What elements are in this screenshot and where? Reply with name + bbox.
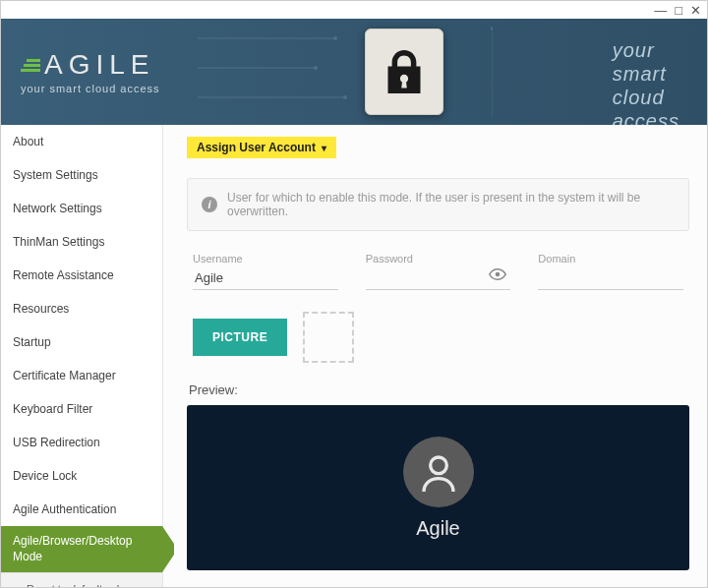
info-icon: i — [202, 197, 217, 212]
sidebar-item-remote-assistance[interactable]: Remote Assistance — [1, 259, 162, 292]
lock-badge-icon — [365, 29, 443, 115]
close-button[interactable]: ✕ — [690, 4, 701, 17]
svg-point-7 — [491, 27, 493, 30]
svg-point-13 — [430, 457, 446, 474]
assign-user-label: Assign User Account — [197, 141, 316, 154]
preview-label: Preview: — [187, 382, 689, 397]
sidebar-item-device-lock[interactable]: Device Lock — [1, 459, 162, 493]
preview-box: Agile — [187, 405, 689, 570]
logo-bars-icon — [21, 59, 40, 72]
brand-logo: AGILE — [21, 49, 160, 81]
app-header: AGILE your smart cloud access your smart… — [1, 19, 707, 125]
brand-tagline: your smart cloud access — [21, 83, 160, 94]
sidebar-item-thinman-settings[interactable]: ThinMan Settings — [1, 225, 162, 259]
username-field-group: Username — [193, 253, 338, 290]
username-input[interactable] — [193, 266, 338, 290]
settings-sidebar: About System Settings Network Settings T… — [1, 125, 163, 588]
sidebar-item-network-settings[interactable]: Network Settings — [1, 192, 162, 225]
svg-point-1 — [333, 36, 337, 40]
info-text: User for which to enable this mode. If t… — [227, 191, 675, 218]
svg-point-3 — [314, 66, 318, 70]
sidebar-item-system-settings[interactable]: System Settings — [1, 158, 162, 192]
sidebar-item-agile-authentication[interactable]: Agile Authentication — [1, 493, 162, 526]
picture-button[interactable]: PICTURE — [193, 319, 287, 356]
sidebar-item-agile-browser-desktop-mode[interactable]: Agile/Browser/Desktop Mode — [1, 526, 162, 572]
preview-username: Agile — [416, 517, 459, 540]
svg-point-12 — [496, 272, 501, 277]
info-message: i User for which to enable this mode. If… — [187, 178, 689, 231]
window-titlebar: — □ ✕ — [1, 1, 707, 19]
chevron-down-icon: ▾ — [322, 143, 326, 153]
domain-label: Domain — [538, 253, 683, 265]
eye-icon[interactable] — [489, 266, 506, 284]
sidebar-item-usb-redirection[interactable]: USB Redirection — [1, 426, 162, 459]
assign-user-account-dropdown[interactable]: Assign User Account ▾ — [187, 137, 336, 158]
picture-placeholder[interactable] — [303, 312, 354, 363]
password-field-group: Password — [366, 253, 511, 290]
sidebar-item-certificate-manager[interactable]: Certificate Manager — [1, 359, 162, 392]
main-panel: Assign User Account ▾ i User for which t… — [163, 125, 707, 588]
sidebar-item-startup[interactable]: Startup — [1, 325, 162, 359]
svg-point-5 — [343, 95, 347, 99]
domain-input[interactable] — [538, 266, 683, 290]
sidebar-item-keyboard-filter[interactable]: Keyboard Filter — [1, 392, 162, 426]
username-label: Username — [193, 253, 338, 265]
maximize-button[interactable]: □ — [675, 4, 682, 17]
sidebar-item-resources[interactable]: Resources — [1, 292, 162, 325]
reset-defaults-button[interactable]: Reset to default values — [1, 572, 162, 588]
avatar-icon — [403, 437, 474, 507]
domain-field-group: Domain — [538, 253, 683, 290]
password-label: Password — [366, 253, 511, 265]
header-tagline: your smart cloud access — [613, 38, 679, 125]
minimize-button[interactable]: — — [654, 4, 667, 17]
circuit-decoration — [198, 19, 493, 125]
sidebar-item-about[interactable]: About — [1, 125, 162, 158]
